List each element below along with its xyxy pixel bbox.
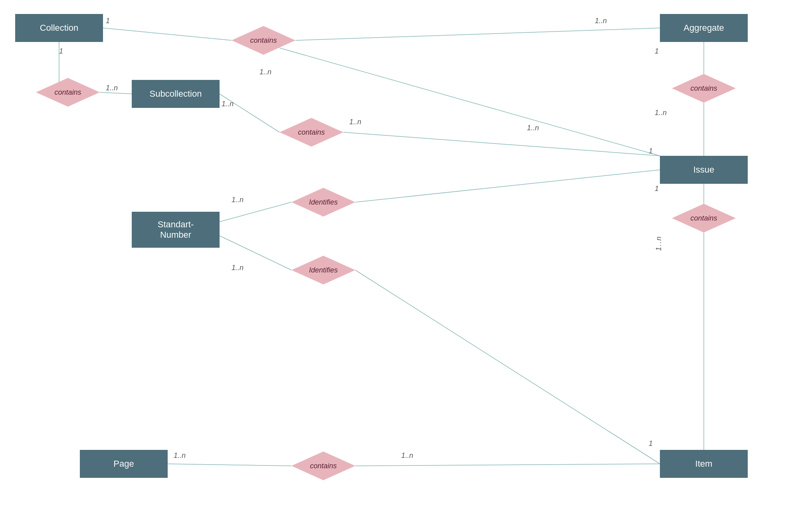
mult-5: 1	[655, 47, 659, 56]
mult-18: 1..n	[401, 451, 413, 460]
svg-line-3	[100, 92, 132, 94]
entity-standart-number: Standart-Number	[132, 212, 220, 248]
mult-13: 1..n	[655, 236, 663, 251]
svg-line-11	[220, 202, 291, 222]
mult-1: 1	[106, 17, 110, 25]
diamond-contains-page: contains	[291, 451, 355, 480]
mult-7: 1..n	[222, 100, 234, 108]
mult-2: 1..n	[595, 17, 607, 25]
mult-14: 1..n	[232, 196, 244, 204]
svg-line-14	[355, 270, 660, 464]
svg-line-15	[168, 464, 291, 466]
svg-line-8	[279, 48, 660, 156]
mult-11: 1	[649, 147, 653, 155]
entity-item: Item	[660, 450, 748, 478]
mult-9: 1..n	[259, 68, 271, 76]
diamond-contains-top: contains	[232, 26, 295, 55]
entity-subcollection: Subcollection	[132, 80, 220, 108]
svg-line-1	[295, 28, 660, 40]
connector-lines	[0, 0, 812, 513]
diamond-contains-left: contains	[36, 78, 100, 107]
diagram-container: Collection Aggregate Subcollection Issue…	[0, 0, 812, 513]
svg-line-7	[343, 132, 660, 156]
entity-collection: Collection	[15, 14, 103, 42]
svg-line-13	[220, 236, 291, 270]
mult-8: 1..n	[349, 118, 361, 126]
mult-4: 1..n	[106, 84, 118, 92]
mult-3: 1	[59, 47, 63, 56]
svg-line-0	[103, 28, 232, 40]
mult-15: 1..n	[232, 264, 244, 272]
mult-10: 1..n	[527, 124, 539, 132]
diamond-contains-aggregate: contains	[672, 74, 736, 103]
diamond-identifies-bot: Identifies	[291, 256, 355, 284]
mult-12: 1	[655, 185, 659, 193]
diamond-contains-issue: contains	[672, 204, 736, 233]
svg-line-12	[355, 170, 660, 202]
diamond-identifies-top: Identifies	[291, 188, 355, 217]
mult-17: 1..n	[174, 451, 186, 460]
entity-page: Page	[80, 450, 168, 478]
entity-issue: Issue	[660, 156, 748, 184]
entity-aggregate: Aggregate	[660, 14, 748, 42]
diamond-contains-sub: contains	[279, 118, 343, 147]
svg-line-16	[355, 464, 660, 466]
mult-6: 1..n	[655, 109, 667, 117]
mult-16: 1	[649, 439, 653, 448]
